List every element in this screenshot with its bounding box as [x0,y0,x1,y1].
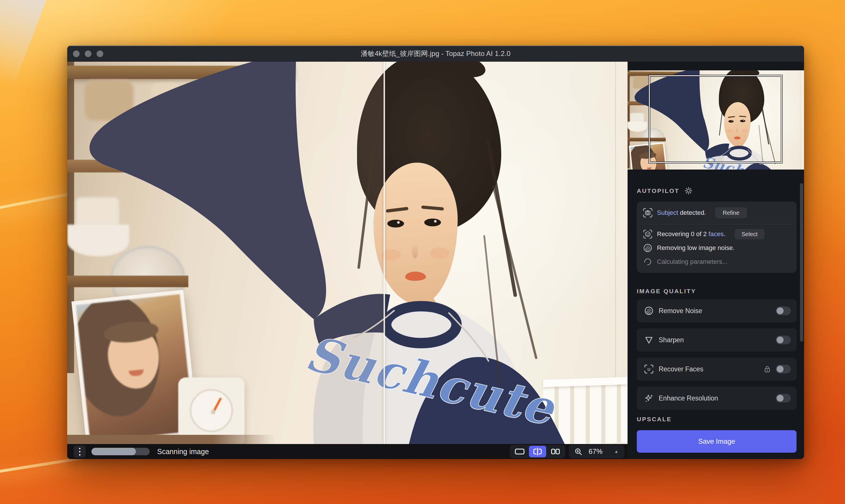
noise-icon [643,306,655,316]
autopilot-faces-row: Recovering 0 of 2 faces. Select [642,227,791,241]
noise-status-text: Removing low image noise. [657,244,735,252]
app-window: 潘敏4k壁纸_彼岸图网.jpg - Topaz Photo AI 1.2.0 [67,46,804,459]
zoom-level: 67% [589,448,603,455]
status-toolbar: Scanning image [67,444,628,459]
panel-scrollbar[interactable] [800,183,803,342]
recover-faces-label: Recover Faces [659,365,703,373]
navigator-viewport-rect[interactable] [649,75,782,163]
minimize-button[interactable] [85,51,91,57]
single-view-icon [515,448,525,455]
kebab-menu-icon[interactable] [74,446,86,457]
spinner-icon [642,257,653,266]
side-by-side-view-button[interactable] [547,446,564,457]
enhance-resolution-label: Enhance Resolution [659,394,718,402]
recover-faces-row[interactable]: Recover Faces [637,358,796,381]
sharpen-toggle[interactable] [776,336,791,344]
calculating-status-text: Calculating parameters... [657,258,727,266]
split-view-button[interactable] [529,446,546,457]
window-title: 潘敏4k壁纸_彼岸图网.jpg - Topaz Photo AI 1.2.0 [361,49,510,58]
remove-noise-label: Remove Noise [659,307,702,315]
image-quality-list: Remove Noise Sharpen [637,299,796,410]
photo-preview: Suchcute [67,62,628,444]
sparkles-icon [643,393,655,403]
view-mode-group [510,445,565,458]
subject-frame-icon [642,207,653,218]
zoom-control[interactable]: 67% ▲ [569,445,624,458]
single-view-button[interactable] [511,446,528,457]
sharpen-icon [643,335,655,345]
face-frame-icon [643,364,655,374]
autopilot-calculating-row: Calculating parameters... [642,255,791,269]
enhance-resolution-row[interactable]: Enhance Resolution [637,386,796,410]
save-image-button[interactable]: Save Image [637,430,796,453]
autopilot-card: Subject detected. Refine [637,201,796,273]
side-by-side-icon [550,448,561,455]
faces-status-text: Recovering 0 of 2 faces. [657,230,725,238]
image-quality-heading-label: IMAGE QUALITY [637,288,696,295]
faces-link[interactable]: faces [708,230,724,238]
before-after-split-handle[interactable] [383,62,385,444]
zoom-window-button[interactable] [96,51,103,57]
gear-icon[interactable] [685,187,693,195]
title-bar: 潘敏4k壁纸_彼岸图网.jpg - Topaz Photo AI 1.2.0 [67,46,804,62]
subject-status-text: Subject detected. [657,209,706,217]
navigator: Suchcute [628,62,804,169]
close-button[interactable] [73,51,79,57]
select-button[interactable]: Select [735,229,765,239]
sharpen-row[interactable]: Sharpen [637,328,796,352]
zoom-in-icon [575,448,582,455]
before-side-overlay [67,62,384,444]
chevron-up-icon[interactable]: ▲ [614,449,618,454]
face-frame-icon [642,229,653,239]
lock-icon [763,365,771,373]
right-panel: Suchcute AUTOPILOT [628,62,804,459]
autopilot-noise-row: Removing low image noise. [642,241,791,255]
subject-link[interactable]: Subject [657,209,678,216]
refine-button[interactable]: Refine [715,207,747,218]
remove-noise-row[interactable]: Remove Noise [637,299,796,322]
image-quality-heading: IMAGE QUALITY [637,288,796,295]
status-text: Scanning image [157,448,209,456]
upscale-heading-label: UPSCALE [637,416,672,423]
traffic-lights [73,46,103,62]
panel-scroll-area: AUTOPILOT [628,169,804,425]
main-column: Suchcute Scanning image [67,62,628,459]
remove-noise-toggle[interactable] [776,306,791,315]
progress-fill [91,448,136,455]
image-viewer: Suchcute [67,62,628,444]
noise-icon [642,243,653,253]
upscale-heading: UPSCALE [637,416,796,423]
desktop-wallpaper: 潘敏4k壁纸_彼岸图网.jpg - Topaz Photo AI 1.2.0 [0,0,845,504]
split-view-icon [533,448,543,455]
navigator-thumbnail: Suchcute [628,70,804,169]
autopilot-heading-label: AUTOPILOT [637,187,680,194]
enhance-resolution-toggle[interactable] [776,394,791,402]
panel-footer: Save Image [628,425,804,459]
recover-faces-toggle[interactable] [776,365,791,373]
progress-bar [91,448,150,455]
autopilot-subject-row: Subject detected. Refine [642,201,791,224]
autopilot-heading: AUTOPILOT [637,187,796,195]
sharpen-label: Sharpen [659,336,684,344]
